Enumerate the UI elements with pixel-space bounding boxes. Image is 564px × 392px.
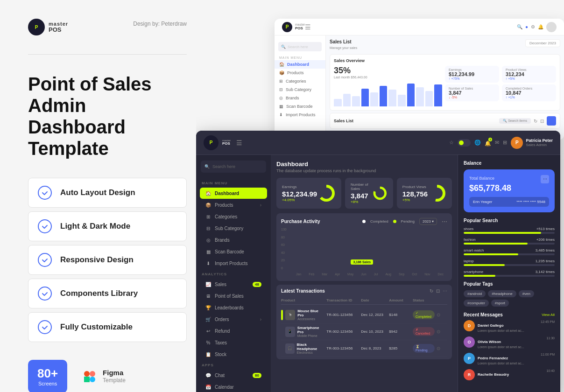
prod-sub-3: Electronics	[297, 351, 325, 354]
light-sidebar-brands[interactable]: ◎Brands	[275, 94, 325, 102]
light-hamburger[interactable]: ☰	[305, 23, 311, 31]
trans-row-1: 🖱 Mouse Blue Pro Accessories TR-001-1234…	[281, 307, 447, 323]
light-sidebar-scan[interactable]: ▦Scan Barcode	[275, 102, 325, 111]
dark-mail-icon[interactable]: ✉	[495, 140, 499, 146]
check-light-dark	[38, 219, 52, 233]
light-sidebar-search[interactable]: 🔍 Search here	[278, 42, 322, 51]
trans-date-2: Dec 10, 2023	[361, 329, 387, 334]
dark-sidebar-pos[interactable]: 🖥 Point of Sales	[200, 290, 267, 301]
logo-icon: P	[28, 19, 45, 35]
light-bell-icon[interactable]: 🔔	[538, 24, 543, 29]
light-refresh-icon[interactable]: ↻	[534, 119, 537, 124]
figma-sub: Template	[103, 377, 126, 384]
msg-name-0: Daniel Gallego	[478, 323, 504, 328]
recent-messages-header: Recent Messages View All	[464, 312, 555, 317]
popular-tags-list: #android #headphone #ven #computer #spor…	[464, 290, 555, 307]
balance-card-row: Erin Yeager **** **** **** 5548	[469, 197, 549, 207]
dark-logo-bottom: POS	[222, 142, 231, 146]
light-search-icon[interactable]: 🔍	[517, 24, 522, 29]
chart-year-select[interactable]: 2023 ▾	[419, 218, 437, 225]
light-copy-icon[interactable]: ⊡	[540, 119, 544, 124]
figma-badge: Figma Template	[81, 368, 126, 385]
header-divider	[28, 54, 187, 55]
col-date: Date	[361, 298, 387, 302]
dark-sidebar-refund[interactable]: ↩ Refund	[200, 325, 267, 336]
prod-name-2: Smartphone Pro	[297, 326, 325, 334]
dark-star-icon[interactable]: ☆	[449, 140, 454, 146]
col-amount: Amount	[389, 298, 411, 302]
dark-notif-icon[interactable]: 🔔 5	[485, 139, 491, 147]
dark-sidebar-products[interactable]: 📦 Products ›	[200, 199, 267, 210]
dark-sidebar-taxes[interactable]: % Taxes	[200, 337, 267, 348]
light-sidebar-categories[interactable]: ⊞Categories	[275, 77, 325, 85]
search-bar-1	[464, 243, 528, 245]
trans-row1-more[interactable]: ⊙	[437, 312, 440, 317]
tag-sport[interactable]: #sport	[491, 300, 509, 307]
msg-time-0: 12:45 PM	[541, 320, 555, 323]
dark-hamburger-icon[interactable]: ☰	[236, 139, 242, 147]
light-sidebar-import[interactable]: ⬇Import Products	[275, 111, 325, 119]
dark-chart-area: Purchase Activity Completed Pending 2023…	[276, 213, 452, 281]
balance-more-icon[interactable]: ⋯	[541, 175, 549, 183]
light-add-button[interactable]	[547, 116, 556, 126]
light-sidebar-dashboard[interactable]: 🏠Dashboard	[275, 60, 325, 69]
dark-avatar[interactable]: P	[511, 137, 523, 149]
trans-copy-icon[interactable]: ⊡	[436, 288, 440, 294]
dark-sidebar-stock[interactable]: 📋 Stock	[200, 349, 267, 360]
light-sidebar-products[interactable]: 📦Products	[275, 69, 325, 77]
dark-sidebar-leaderboards[interactable]: 🏆 Leaderboards	[200, 302, 267, 313]
tag-computer[interactable]: #computer	[464, 300, 489, 307]
page-title: Point of Sales Admin Dashboard Template	[28, 73, 187, 159]
dark-sidebar-subcategory[interactable]: ⊟ Sub Category	[200, 223, 267, 234]
view-all-messages[interactable]: View All	[542, 313, 555, 317]
dark-sidebar-brands[interactable]: ◎ Brands	[200, 234, 267, 245]
dark-sidebar-dashboard[interactable]: 🏠 Dashboard	[200, 188, 267, 199]
dark-stats-row: Earnings $12,234.99 +4.05% Number of Sal…	[276, 178, 452, 209]
chart-more-icon[interactable]: ⋯	[442, 218, 447, 225]
msg-text-0: Lorem ipsum dolor sit amet ac...	[478, 329, 555, 333]
light-logo-bottom: POS	[295, 27, 305, 31]
tag-headphone[interactable]: #headphone	[488, 290, 516, 297]
balance-total-label: Total Balance	[469, 176, 494, 181]
search-count-1: +206 times	[536, 238, 555, 242]
sales-donut	[373, 184, 388, 203]
dark-mode-toggle[interactable]	[458, 139, 471, 147]
dark-search-box[interactable]: 🔍 Search here	[201, 161, 266, 173]
trans-row2-more[interactable]: ⊙	[437, 329, 440, 334]
search-keyword-3: laptop	[464, 259, 474, 263]
tag-ven[interactable]: #ven	[519, 290, 534, 297]
trans-refresh-icon[interactable]: ↻	[430, 288, 433, 294]
search-count-2: 3,485 times	[536, 248, 555, 252]
light-settings-icon[interactable]: ⚙	[531, 24, 535, 29]
col-status: Status	[413, 298, 435, 302]
dark-global-icon[interactable]: 🌐	[474, 140, 481, 146]
light-avatar[interactable]	[546, 22, 557, 32]
light-date-picker[interactable]: December 2023	[525, 39, 560, 47]
dark-sidebar-calendar[interactable]: 📅 Calendar	[200, 381, 267, 392]
trans-id-2: TR-002-123456	[326, 329, 359, 334]
light-sidebar-subcategory[interactable]: ⊟Sub Category	[275, 85, 325, 94]
light-dashboard: P master POS ☰ 🔍 ● ⚙ 🔔 🔍 Search here	[275, 19, 564, 140]
dark-sidebar-scan[interactable]: ▦ Scan Barcode	[200, 246, 267, 257]
dark-sidebar-chat[interactable]: 💬 Chat 80	[200, 370, 267, 381]
tag-android[interactable]: #android	[464, 290, 486, 297]
trans-row3-more[interactable]: ⊙	[437, 346, 440, 351]
logo: P master POS	[28, 19, 68, 35]
feature-components: Components Library	[28, 279, 187, 308]
trans-more-icon[interactable]: ⋯	[443, 288, 447, 294]
dark-sidebar-import[interactable]: ⬇ Import Products	[200, 258, 267, 269]
dark-sidebar-orders[interactable]: 🛒 Orders ›	[200, 314, 267, 325]
svg-rect-6	[84, 377, 90, 382]
feature-components-label: Components Library	[60, 289, 138, 298]
dark-sidebar-categories[interactable]: ⊞ Categories	[200, 211, 267, 222]
stat-views-change: +5%	[402, 198, 428, 202]
card-number: **** **** **** 5548	[516, 200, 545, 204]
light-search-box[interactable]: 🔍 Search items	[499, 118, 531, 124]
light-moon-icon[interactable]: ●	[525, 24, 528, 29]
dark-sidebar-sales[interactable]: 📈 Sales 48	[200, 279, 267, 290]
dark-sidebar: 🔍 Search here MAIN MENU 🏠 Dashboard 📦 Pr…	[196, 155, 271, 392]
search-bar-2	[464, 253, 518, 255]
purchase-bar-chart: 130 80 60 40 20 0	[281, 228, 447, 270]
prod-sub-1: Accessories	[297, 317, 324, 321]
dark-grid-icon[interactable]: ⊞	[503, 140, 507, 146]
